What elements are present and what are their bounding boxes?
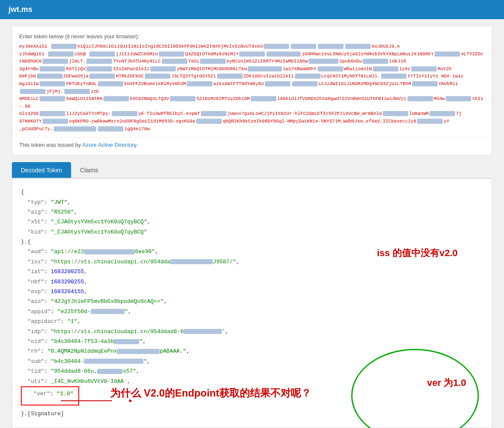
json-key-aio: "aio"	[28, 298, 44, 305]
tabs-section: Decoded Token Claims iss 的值中没有v2.0 { "ty…	[12, 162, 492, 428]
json-key-kid: "kid"	[28, 229, 44, 235]
json-key-x5t: "x5t"	[28, 219, 44, 225]
json-key-sub: "sub"	[28, 358, 44, 365]
json-key-rh: "rh"	[28, 348, 41, 354]
json-val-nbf: 1683200255	[51, 279, 84, 285]
json-key-tid: "tid"	[28, 368, 44, 374]
json-val-aud: "api://e226ee90"	[51, 248, 155, 255]
token-section: Enter token below (it never leaves your …	[12, 26, 492, 155]
json-val-appidacr: "1"	[67, 318, 77, 325]
json-val-typ: "JWT"	[51, 199, 67, 205]
main-content: Enter token below (it never leaves your …	[5, 19, 499, 428]
decoded-content: iss 的值中没有v2.0 { "typ": "JWT", "alg": "RS…	[12, 179, 492, 428]
token-label: Enter token below (it never leaves your …	[19, 33, 485, 40]
json-val-exp: 1683204155	[51, 288, 84, 295]
annotation-ver: ver 为1.0	[427, 374, 466, 391]
json-val-rh: "0.AQMA2NpNlddmqEePnxpABAAA."	[47, 348, 186, 354]
json-val-kid: "_CJAOtysYVm5xc1YoK0oQ7qyBCQ"	[51, 229, 147, 235]
json-val-x5t: "_CJAOtysYVm5xc1YoK0oQ7qyBCQ"	[51, 219, 147, 225]
json-val-oid: "b4c30484-7f53-4a3b"	[51, 338, 143, 345]
json-key-typ: "typ"	[28, 199, 44, 205]
token-issuer: This token was issued by Azure Active Di…	[19, 137, 485, 148]
json-key-exp: "exp"	[28, 288, 44, 295]
app-header: jwt.ms	[0, 0, 504, 19]
json-open-brace: {	[21, 189, 24, 195]
tabs: Decoded Token Claims	[12, 162, 492, 179]
tab-decoded-token[interactable]: Decoded Token	[12, 162, 71, 178]
json-key-uti: "uti"	[28, 378, 44, 385]
token-text[interactable]: eyJ0eXAiOi V1QiLCJhbGciOiJSUzI1NiIsIng1d…	[19, 43, 485, 133]
annotation-iss: iss 的值中没有v2.0	[377, 245, 458, 262]
json-key-iat: "iat"	[28, 268, 44, 275]
json-key-oid: "oid"	[28, 338, 44, 345]
json-key-aud: "aud"	[28, 248, 44, 255]
azure-ad-link[interactable]: Azure Active Directory	[82, 142, 136, 148]
json-key-iss: "iss"	[28, 259, 44, 265]
json-key-idp: "idp"	[28, 328, 44, 335]
json-val-iss: "https://sts.chinacloudapi.cn/954ddaJ958…	[51, 259, 236, 265]
annotation-question: 为什么 V2.0的Endpoint获取的结果不对呢？	[110, 384, 311, 402]
json-key-appid: "appid"	[28, 308, 51, 315]
json-separator: }.{	[21, 239, 31, 245]
json-val-alg: "RS256"	[51, 209, 74, 215]
ver-highlight-box: "ver": "1.0"	[21, 386, 79, 405]
json-key-ver: "ver"	[34, 391, 50, 397]
json-val-ver: "1.0"	[57, 391, 73, 397]
json-val-appid: "e225f50d-"	[57, 308, 128, 315]
json-key-nbf: "nbf"	[28, 279, 44, 285]
json-val-sub: "b4c30484-"	[51, 358, 147, 365]
json-val-tid: "954ddad8-66u,s57"	[51, 368, 136, 374]
json-key-appidacr: "appidacr"	[28, 318, 61, 325]
json-close: }.[Signature]	[21, 411, 64, 417]
app-title: jwt.ms	[9, 5, 32, 14]
json-key-alg: "alg"	[28, 209, 44, 215]
tab-claims[interactable]: Claims	[71, 162, 107, 178]
json-val-iat: 1683200255	[51, 268, 84, 275]
json-val-idp: "https://sts.chinacloudapi.cn/954ddad8-6…	[51, 328, 225, 335]
json-val-aio: "42JgYJhleFP5mvBbGx8bpodmQu9cAQ=="	[51, 298, 163, 305]
